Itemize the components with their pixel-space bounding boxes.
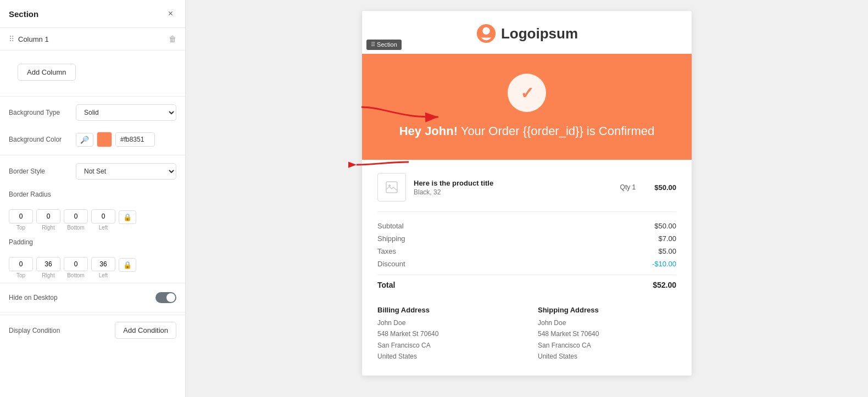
discount-label: Discount	[377, 260, 405, 268]
product-title: Here is the product title	[414, 179, 613, 187]
border-radius-bottom-group: 0 Bottom	[64, 209, 88, 231]
top-label: Top	[16, 225, 25, 231]
border-radius-section: Border Radius 0 Top 0 Right 0 Bottom 0 L…	[0, 185, 185, 233]
padding-right-label: Right	[42, 272, 54, 278]
product-row: Here is the product title Black, 32 Qty …	[377, 173, 676, 212]
divider-2	[0, 155, 185, 155]
order-text: Hey John! Your Order {{order_id}} is Con…	[384, 122, 670, 140]
border-radius-left-group: 0 Left	[91, 209, 115, 231]
address-section: Billing Address John Doe 548 Market St 7…	[377, 301, 676, 362]
border-radius-left[interactable]: 0	[91, 209, 115, 223]
padding-bottom-group: 0 Bottom	[64, 257, 88, 278]
product-image	[377, 173, 406, 202]
padding-inputs: 0 Top 36 Right 0 Bottom 36 Left 🔒	[9, 257, 176, 278]
orange-section-wrapper: ⠿ Section ✓ Hey John! Your Order {{order…	[362, 54, 692, 160]
shipping-address1: 548 Market St 70640	[538, 328, 676, 339]
background-type-label: Background Type	[9, 109, 69, 116]
border-radius-right[interactable]: 0	[36, 209, 60, 223]
close-button[interactable]: ×	[165, 8, 176, 20]
border-radius-bottom[interactable]: 0	[64, 209, 88, 223]
shipping-value: $7.00	[658, 234, 676, 243]
divider-4	[0, 312, 185, 312]
shipping-country: United States	[538, 351, 676, 362]
hero-bold-text: Hey John!	[399, 124, 458, 138]
hero-normal-text: Your Order {{order_id}} is Confirmed	[458, 124, 654, 138]
shipping-title: Shipping Address	[538, 306, 676, 314]
color-hex-input[interactable]	[115, 132, 155, 147]
product-price: $50.00	[654, 183, 676, 192]
email-container: Logoipsum ⠿ Section ✓ Hey John! Your Ord…	[362, 11, 692, 376]
eyedropper-button[interactable]: 🔎	[76, 133, 93, 147]
subtotal-row: Subtotal $50.00	[377, 222, 676, 230]
panel-title: Section	[9, 9, 38, 19]
hide-desktop-toggle[interactable]	[155, 292, 176, 303]
billing-address: Billing Address John Doe 548 Market St 7…	[377, 306, 516, 362]
logo-text: Logoipsum	[501, 25, 578, 42]
email-logo: Logoipsum	[362, 11, 692, 54]
shipping-city: San Francisco CA	[538, 340, 676, 351]
background-color-label: Background Color	[9, 136, 69, 143]
divider-3	[0, 283, 185, 283]
padding-section: Padding 0 Top 36 Right 0 Bottom 36 Left …	[0, 233, 185, 281]
padding-left[interactable]: 36	[91, 257, 115, 271]
padding-top[interactable]: 0	[9, 257, 33, 271]
shipping-name: John Doe	[538, 317, 676, 328]
main-area: Logoipsum ⠿ Section ✓ Hey John! Your Ord…	[186, 0, 868, 397]
delete-column-button[interactable]: 🗑	[169, 35, 176, 43]
billing-title: Billing Address	[377, 306, 516, 314]
border-radius-top[interactable]: 0	[9, 209, 33, 223]
padding-left-label: Left	[99, 272, 108, 278]
drag-icon: ⠿	[9, 35, 14, 43]
border-style-select[interactable]: Not Set Solid Dashed Dotted	[76, 163, 176, 180]
billing-name: John Doe	[377, 317, 516, 328]
svg-rect-4	[386, 182, 397, 193]
billing-address1: 548 Market St 70640	[377, 328, 516, 339]
background-type-row: Background Type Solid Gradient Image	[0, 99, 185, 126]
right-label: Right	[42, 225, 54, 231]
discount-value: -$10.00	[652, 260, 676, 268]
hide-desktop-row: Hide on Desktop	[0, 286, 185, 310]
padding-bottom-label: Bottom	[67, 272, 85, 278]
background-type-select[interactable]: Solid Gradient Image	[76, 104, 176, 121]
taxes-row: Taxes $5.00	[377, 247, 676, 255]
billing-country: United States	[377, 351, 516, 362]
product-qty: Qty 1	[620, 183, 636, 191]
shipping-address: Shipping Address John Doe 548 Market St …	[538, 306, 676, 362]
svg-point-3	[482, 27, 489, 35]
padding-label: Padding	[9, 238, 69, 246]
lock-radius-button[interactable]: 🔒	[119, 210, 136, 224]
lock-padding-button[interactable]: 🔒	[119, 258, 136, 272]
subtotal-value: $50.00	[654, 222, 676, 230]
image-placeholder-icon	[386, 181, 398, 193]
panel-header: Section ×	[0, 0, 185, 28]
padding-top-group: 0 Top	[9, 257, 33, 278]
orange-section: ✓ Hey John! Your Order {{order_id}} is C…	[362, 54, 692, 160]
product-info: Here is the product title Black, 32	[414, 179, 613, 196]
color-field: 🔎	[76, 132, 176, 147]
add-column-button[interactable]: Add Column	[18, 64, 76, 81]
color-swatch[interactable]	[97, 132, 112, 147]
padding-bottom[interactable]: 0	[64, 257, 88, 271]
column1-label: Column 1	[18, 35, 49, 43]
border-radius-label: Border Radius	[9, 191, 69, 198]
border-style-label: Border Style	[9, 167, 69, 175]
column-label: ⠿ Column 1	[9, 35, 49, 43]
shipping-label: Shipping	[377, 234, 405, 243]
hide-desktop-label: Hide on Desktop	[9, 294, 58, 301]
border-radius-inputs: 0 Top 0 Right 0 Bottom 0 Left 🔒	[9, 209, 176, 231]
billing-city: San Francisco CA	[377, 340, 516, 351]
display-condition-row: Display Condition Add Condition	[0, 315, 185, 345]
check-icon: ✓	[520, 83, 534, 103]
check-circle: ✓	[508, 74, 546, 112]
subtotal-label: Subtotal	[377, 222, 404, 230]
divider-1	[0, 96, 185, 97]
column-row: ⠿ Column 1 🗑	[0, 28, 185, 51]
add-condition-button[interactable]: Add Condition	[115, 322, 176, 339]
padding-right-group: 36 Right	[36, 257, 60, 278]
padding-left-group: 36 Left	[91, 257, 115, 278]
order-details: Here is the product title Black, 32 Qty …	[362, 160, 692, 376]
section-badge: ⠿ Section	[366, 40, 402, 50]
padding-top-label: Top	[16, 272, 25, 278]
padding-right[interactable]: 36	[36, 257, 60, 271]
add-column-section: Add Column	[0, 51, 185, 94]
